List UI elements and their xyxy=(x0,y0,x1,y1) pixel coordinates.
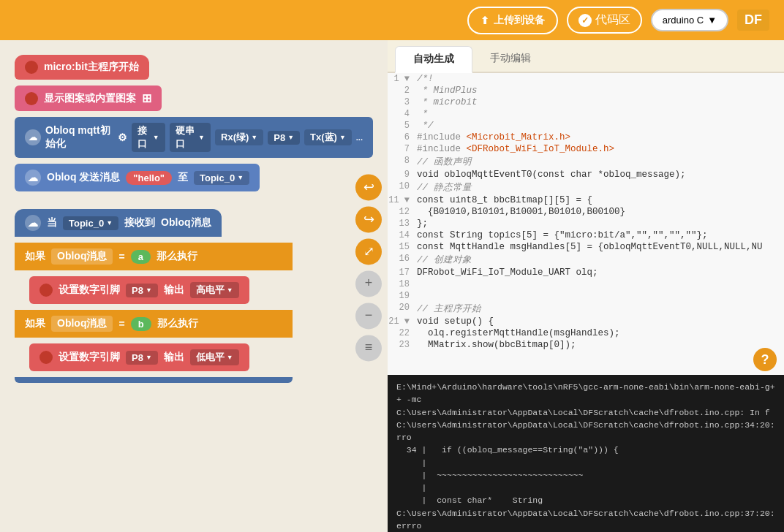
zoom-in-button[interactable]: + xyxy=(355,270,382,297)
organize-button[interactable]: ⤢ xyxy=(355,238,382,265)
low-dropdown[interactable]: 低电平 xyxy=(190,349,239,365)
pin-icon xyxy=(39,284,53,297)
red-dot-icon xyxy=(25,61,38,74)
cloud-icon: ☁ xyxy=(25,129,41,145)
code-label: 代码区 xyxy=(595,12,630,28)
if-a-body: 设置数字引脚 P8 输出 高电平 xyxy=(29,276,373,304)
when-block-close xyxy=(15,377,293,383)
help-button[interactable]: ? xyxy=(753,348,777,371)
show-image-block[interactable]: 显示图案或内置图案 ⊞ xyxy=(15,86,162,111)
hello-value[interactable]: "hello" xyxy=(126,171,172,185)
code-line-16: 16 // 创建对象 xyxy=(388,253,784,267)
code-line-6: 6 #include <Microbit_Matrix.h> xyxy=(388,132,784,143)
if-label: 如果 xyxy=(25,250,45,263)
if-b-body: 设置数字引脚 P8 输出 低电平 xyxy=(29,343,373,371)
code-area-button[interactable]: ✓ 代码区 xyxy=(567,7,642,34)
code-line-18: 18 xyxy=(388,278,784,290)
zoom-out-button[interactable]: − xyxy=(355,303,382,329)
output1-label: 输出 xyxy=(164,284,184,297)
serial-dropdown[interactable]: 硬串口 xyxy=(170,123,211,152)
obloq-msg-cond2: Obloq消息 xyxy=(51,316,113,332)
code-line-20: 20 // 主程序开始 xyxy=(388,302,784,316)
code-line-1: 1 ▼ /*! xyxy=(388,73,784,85)
main-layout: micro:bit主程序开始 显示图案或内置图案 ⊞ ☁ Obloq mqtt初… xyxy=(0,40,784,532)
code-line-22: 22 olq.registerMqttHandle(msgHandles); xyxy=(388,327,784,339)
set-pin2-label: 设置数字引脚 xyxy=(59,351,120,364)
set-pin-low-block[interactable]: 设置数字引脚 P8 输出 低电平 xyxy=(29,343,249,371)
code-tabs: 自动生成 手动编辑 xyxy=(388,40,784,73)
undo-button[interactable]: ↩ xyxy=(355,174,382,200)
code-line-9: 9 void obloqMqttEventT0(const char *oblo… xyxy=(388,169,784,180)
dot-icon xyxy=(25,92,38,105)
equals-label: = xyxy=(118,251,124,262)
when-receive-block[interactable]: ☁ 当 Topic_0 接收到 Obloq消息 xyxy=(15,209,222,237)
code-line-21: 21 ▼ void setup() { xyxy=(388,316,784,327)
terminal[interactable]: E:\Mind+\Arduino\hardware\tools\nRF5\gcc… xyxy=(388,375,784,532)
topic-dropdown[interactable]: Topic_0 xyxy=(194,171,249,185)
upload-icon: ⬆ xyxy=(480,15,489,26)
p8-dropdown2[interactable]: P8 xyxy=(126,351,158,365)
code-editor[interactable]: 1 ▼ /*! 2 * MindPlus 3 * microbit 4 * 5 … xyxy=(388,73,784,375)
val-a[interactable]: a xyxy=(131,250,151,264)
obloq-init-block[interactable]: ☁ Obloq mqtt初始化 ⚙ 接口 硬串口 Rx(绿) P8 Tx(蓝) … xyxy=(15,117,373,158)
code-line-5: 5 */ xyxy=(388,120,784,132)
show-image-label: 显示图案或内置图案 xyxy=(44,92,136,105)
if-a-container: 如果 Obloq消息 = a 那么执行 设置数字引脚 P8 输出 高电平 xyxy=(15,243,373,304)
upload-label: 上传到设备 xyxy=(494,14,545,27)
top-blocks-group: micro:bit主程序开始 显示图案或内置图案 ⊞ ☁ Obloq mqtt初… xyxy=(15,55,373,191)
val-b[interactable]: b xyxy=(131,317,151,331)
df-logo: DF xyxy=(737,10,769,31)
rx-pin-dropdown[interactable]: P8 xyxy=(268,131,300,145)
obloq-send-block[interactable]: ☁ Obloq 发送消息 "hello" 至 Topic_0 xyxy=(15,164,260,191)
received-label: 接收到 xyxy=(124,216,155,229)
obloq-msg-label: Obloq消息 xyxy=(161,216,211,229)
terminal-line-7: | xyxy=(396,482,775,494)
code-line-8: 8 // 函数声明 xyxy=(388,155,784,169)
output2-label: 输出 xyxy=(164,351,184,364)
terminal-line-6: | ~~~~~~~~~~~~~~~~~~~~~~~~~~~~~ xyxy=(396,469,775,482)
terminal-line-4: 34 | if ((obloq_message==String("a"))) { xyxy=(396,444,775,456)
if-b-container: 如果 Obloq消息 = b 那么执行 设置数字引脚 P8 输出 低电平 xyxy=(15,310,373,383)
equals2-label: = xyxy=(118,318,124,330)
if-a-block[interactable]: 如果 Obloq消息 = a 那么执行 xyxy=(15,243,293,270)
redo-button[interactable]: ↪ xyxy=(355,206,382,232)
main-start-block[interactable]: micro:bit主程序开始 xyxy=(15,55,149,80)
cloud-when-icon: ☁ xyxy=(25,215,41,231)
rx-label: Rx(绿) xyxy=(215,129,263,145)
high-dropdown[interactable]: 高电平 xyxy=(190,282,239,298)
code-line-23: 23 MMatrix.show(bbcBitmap[0]); xyxy=(388,339,784,351)
then-do-label: 那么执行 xyxy=(157,250,197,263)
code-line-14: 14 const String topics[5] = {"micro:bit/… xyxy=(388,229,784,241)
side-tools: ↩ ↪ ⤢ + − ≡ xyxy=(355,174,382,361)
topic0-dropdown[interactable]: Topic_0 xyxy=(63,216,118,230)
then-do2-label: 那么执行 xyxy=(157,317,198,330)
upload-button[interactable]: ⬆ 上传到设备 xyxy=(467,7,558,34)
tab-auto[interactable]: 自动生成 xyxy=(395,46,472,73)
gear-icon: ⚙ xyxy=(118,132,127,143)
code-line-12: 12 {B01010,B10101,B10001,B01010,B00100} xyxy=(388,206,784,218)
when-label: 当 xyxy=(47,216,57,229)
blocks-panel: micro:bit主程序开始 显示图案或内置图案 ⊞ ☁ Obloq mqtt初… xyxy=(0,40,388,532)
check-icon: ✓ xyxy=(578,14,592,27)
terminal-line-9: C:\Users\Administrator\AppData\Local\DFS… xyxy=(396,507,775,533)
terminal-line-2: C:\Users\Administrator\AppData\Local\DFS… xyxy=(396,406,775,419)
code-line-2: 2 * MindPlus xyxy=(388,85,784,96)
if-b-block[interactable]: 如果 Obloq消息 = b 那么执行 xyxy=(15,310,293,338)
code-line-17: 17 DFRobot_WiFi_IoT_Module_UART olq; xyxy=(388,267,784,278)
code-line-19: 19 xyxy=(388,290,784,302)
port-dropdown[interactable]: 接口 xyxy=(132,123,165,152)
arduino-select[interactable]: arduino C ▼ xyxy=(651,9,728,31)
toolbar: ⬆ 上传到设备 ✓ 代码区 arduino C ▼ DF xyxy=(0,0,784,40)
terminal-line-1: E:\Mind+\Arduino\hardware\tools\nRF5\gcc… xyxy=(396,381,775,406)
pin-icon2 xyxy=(39,351,53,364)
code-panel: 自动生成 手动编辑 1 ▼ /*! 2 * MindPlus 3 * micro… xyxy=(388,40,784,532)
tab-manual[interactable]: 手动编辑 xyxy=(472,46,549,72)
truncated-indicator: ... xyxy=(356,133,363,142)
p8-dropdown1[interactable]: P8 xyxy=(126,284,158,297)
code-line-10: 10 // 静态常量 xyxy=(388,180,784,194)
fit-button[interactable]: ≡ xyxy=(355,335,382,361)
obloq-msg-cond: Obloq消息 xyxy=(51,248,113,265)
arduino-label: arduino C xyxy=(663,15,704,26)
set-pin-high-block[interactable]: 设置数字引脚 P8 输出 高电平 xyxy=(29,276,249,304)
main-start-label: micro:bit主程序开始 xyxy=(44,61,139,74)
